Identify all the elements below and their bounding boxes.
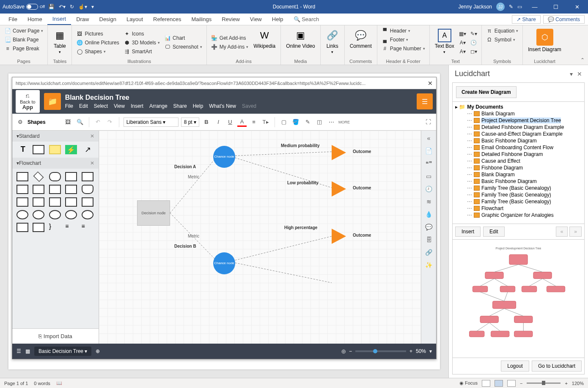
screenshot-button[interactable]: 🖵Screenshot: [163, 43, 203, 51]
online-video-button[interactable]: ▣ Online Video: [284, 27, 317, 51]
zoom-target-icon[interactable]: ◎: [341, 348, 346, 354]
maximize-button[interactable]: ☐: [547, 4, 564, 10]
shapes-button[interactable]: ◯Shapes: [75, 48, 120, 55]
fc-s2[interactable]: [33, 185, 44, 194]
collapse-rail-icon[interactable]: «: [427, 135, 431, 142]
menu-help[interactable]: Help: [193, 103, 203, 109]
collapse-ribbon-icon[interactable]: ⌃: [577, 55, 588, 65]
font-color-icon[interactable]: A: [237, 117, 247, 127]
menu-select[interactable]: Select: [94, 103, 108, 109]
standard-section[interactable]: ▾ Standard✕: [12, 131, 99, 142]
textbox-button[interactable]: A Text Box▾: [433, 27, 456, 58]
tree-item[interactable]: ⋯ Graphic Organizer for Analogies: [455, 212, 582, 219]
wikipedia-button[interactable]: W Wikipedia: [252, 27, 277, 58]
tab-references[interactable]: References: [148, 14, 186, 25]
menu-whatsnew[interactable]: What's New: [209, 103, 236, 109]
arrow-shape[interactable]: ↗: [82, 145, 94, 154]
tab-view[interactable]: View: [245, 14, 267, 25]
tree-item[interactable]: ⋯ Family Tree (Basic Genealogy): [455, 191, 582, 198]
equation-button[interactable]: πEquation: [485, 27, 519, 35]
footer-button[interactable]: ▄Footer: [381, 36, 426, 44]
fc-s8[interactable]: [65, 197, 77, 207]
note-shape[interactable]: [49, 145, 61, 154]
wordart-button[interactable]: A▾: [459, 39, 467, 46]
redo-icon[interactable]: ↷: [105, 117, 115, 127]
menu-share[interactable]: Share: [173, 103, 187, 109]
more-label[interactable]: MORE: [338, 120, 350, 124]
fc-s13[interactable]: [33, 223, 44, 232]
get-addins-button[interactable]: 🏪Get Add-ins: [210, 34, 249, 42]
tree-item[interactable]: ⋯ Detailed Fishbone Diagram Example: [455, 124, 582, 131]
fc-decision[interactable]: [33, 172, 44, 182]
fc-s4[interactable]: [65, 185, 77, 194]
create-diagram-button[interactable]: Create New Diagram: [456, 86, 517, 98]
close-standard-icon[interactable]: ✕: [90, 133, 94, 139]
tab-mailings[interactable]: Mailings: [187, 14, 217, 25]
search-icon[interactable]: 🔍: [75, 117, 85, 127]
save-icon[interactable]: 💾: [48, 4, 55, 10]
fc-s14[interactable]: ≡: [65, 223, 78, 232]
grid-view-icon[interactable]: ▦: [25, 348, 30, 354]
tree-root[interactable]: ▸ 📁 My Documents: [455, 104, 582, 110]
fc-s11[interactable]: [33, 210, 44, 219]
line-icon[interactable]: ✎: [303, 117, 312, 127]
document-tree[interactable]: ▸ 📁 My Documents ⋯ Blank Diagram⋯ Projec…: [453, 101, 584, 224]
zoom-slider[interactable]: [355, 350, 406, 352]
comment-rail-icon[interactable]: ❝❞: [426, 160, 432, 167]
read-mode-icon[interactable]: [482, 380, 490, 387]
fc-s1[interactable]: [16, 185, 28, 194]
hamburger-menu-icon[interactable]: ☰: [417, 93, 433, 109]
endpoint-2[interactable]: [332, 181, 346, 197]
header-button[interactable]: ▀Header: [381, 27, 426, 35]
zoom-value[interactable]: 50%: [416, 348, 426, 354]
menu-view[interactable]: View: [114, 103, 125, 109]
rect-shape[interactable]: [33, 145, 44, 154]
text-shape[interactable]: T: [16, 145, 29, 154]
3d-models-button[interactable]: ⬢3D Models: [123, 39, 161, 46]
minimize-button[interactable]: —: [526, 4, 543, 10]
object-button[interactable]: ◻▾: [470, 48, 478, 55]
diagram-title[interactable]: Blank Decision Tree: [65, 94, 256, 101]
bolt-shape[interactable]: ⚡: [65, 145, 77, 154]
smartart-button[interactable]: ⇶SmartArt: [123, 48, 161, 55]
insert-diagram-button[interactable]: ⬡ Insert Diagram: [526, 27, 563, 54]
undo-icon[interactable]: ↶: [93, 117, 103, 127]
online-pictures-button[interactable]: 🌐Online Pictures: [75, 39, 120, 46]
print-layout-icon[interactable]: [495, 380, 503, 387]
autosave-toggle[interactable]: AutoSave Off: [3, 4, 45, 10]
fc-process[interactable]: [16, 172, 28, 181]
tree-item[interactable]: ⋯ Detailed Fishbone Diagram: [455, 151, 582, 158]
touch-mode-icon[interactable]: ☝▾: [78, 4, 87, 10]
page-number-button[interactable]: #Page Number: [381, 45, 426, 52]
symbol-button[interactable]: ΩSymbol: [485, 36, 519, 44]
link-rail-icon[interactable]: 🔗: [425, 249, 432, 256]
tree-item[interactable]: ⋯ Cause-and-Effect Diagram Example: [455, 131, 582, 137]
goto-lucidchart-button[interactable]: Go to Lucidchart: [532, 361, 582, 372]
tree-item[interactable]: ⋯ Email Onboarding Content Flow: [455, 144, 582, 151]
magic-icon[interactable]: ✨: [425, 262, 432, 268]
tab-file[interactable]: File: [3, 14, 22, 25]
underline-icon[interactable]: U: [225, 117, 235, 127]
shapes-label[interactable]: Shapes: [27, 119, 46, 125]
image-icon[interactable]: 🖼: [63, 117, 73, 127]
chat-icon[interactable]: 💬: [425, 224, 432, 230]
menu-edit[interactable]: Edit: [79, 103, 88, 109]
lucid-folder-icon[interactable]: 📁: [44, 93, 61, 110]
italic-icon[interactable]: I: [214, 117, 223, 127]
fc-brace[interactable]: }︎: [49, 223, 62, 232]
menu-arrange[interactable]: Arrange: [149, 103, 168, 109]
endpoint-3[interactable]: [332, 229, 346, 244]
decision-node[interactable]: Decision node: [137, 200, 170, 226]
tree-item[interactable]: ⋯ Basic Fishbone Diagram: [455, 137, 582, 144]
autosave-switch-icon[interactable]: [26, 4, 38, 10]
fc-or[interactable]: [65, 210, 77, 219]
zoom-in-status-icon[interactable]: +: [565, 381, 567, 386]
chance-node-b[interactable]: Chance node: [213, 252, 235, 274]
word-count[interactable]: 0 words: [34, 381, 50, 386]
signature-button[interactable]: ✎▾: [470, 30, 478, 38]
fill-icon[interactable]: ▢: [279, 117, 289, 127]
list-view-icon[interactable]: ☰: [16, 348, 21, 354]
fc-s6[interactable]: [33, 197, 44, 207]
fc-s3[interactable]: [49, 185, 61, 194]
font-select[interactable]: Liberation Sans ▾: [124, 117, 179, 127]
